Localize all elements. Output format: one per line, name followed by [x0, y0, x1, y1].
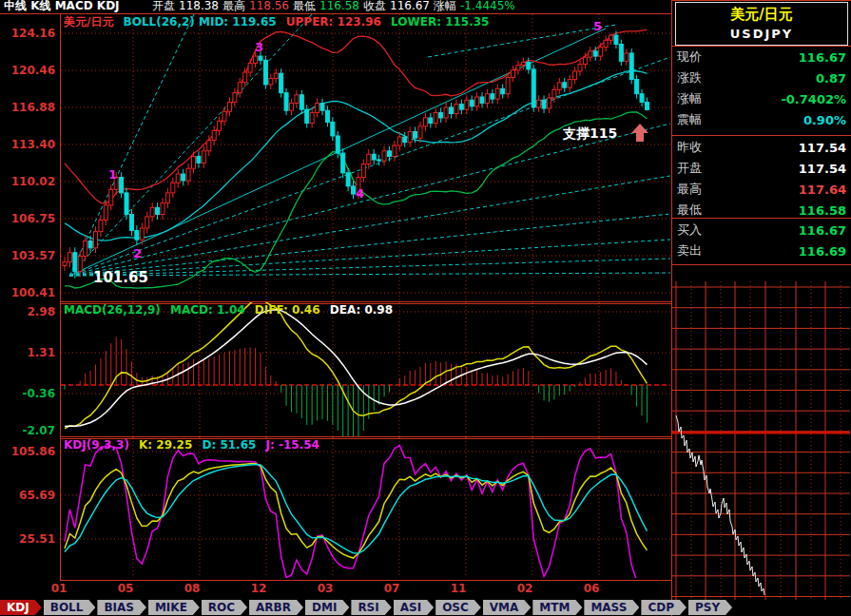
- k-value: K: 29.25: [139, 438, 192, 452]
- high-price: 117.64: [799, 183, 846, 197]
- tab-mike[interactable]: MIKE: [148, 600, 200, 615]
- open-price: 117.54: [799, 162, 846, 176]
- quote-row: 开盘117.54: [672, 158, 851, 179]
- month-label: 03: [312, 582, 338, 595]
- kdj-chart-canvas[interactable]: [61, 437, 670, 578]
- macd-axis-label: -2.07: [0, 424, 55, 437]
- y-axis-label: 106.75: [0, 212, 55, 225]
- tab-osc[interactable]: OSC: [435, 600, 481, 615]
- boll-header: 美元/日元 BOLL(26,2) MID: 119.65 UPPER: 123.…: [64, 14, 494, 30]
- top-info-bar: 中线 K线 MACD KDJ 开盘 118.38 最高 118.56 最低 11…: [0, 0, 671, 14]
- quote-row: 昨收117.54: [672, 137, 851, 158]
- month-label: 06: [578, 582, 605, 595]
- kdj-axis-label: 25.51: [0, 532, 55, 546]
- macd-value: MACD: 1.04: [170, 303, 245, 317]
- chart-annotation: 支撑115: [563, 125, 617, 143]
- month-label: 05: [112, 582, 139, 595]
- tab-psy[interactable]: PSY: [688, 600, 732, 615]
- quote-group-change: 现价116.67 涨跌0.87 涨幅-0.7402% 震幅0.90%: [672, 47, 851, 130]
- quote-row: 涨跌0.87: [672, 67, 851, 88]
- close-label: 收盘: [363, 0, 386, 12]
- indicator-tab-bar: KDJ BOLL BIAS MIKE ROC ARBR DMI RSI ASI …: [0, 599, 671, 616]
- quote-group-bidask: 买入116.67 卖出116.69: [672, 220, 851, 261]
- quote-group-ohlc: 昨收117.54 开盘117.54 最高117.64 最低116.58: [672, 137, 851, 221]
- high-label: 最高: [222, 0, 245, 12]
- candlestick-chart-canvas[interactable]: [61, 14, 670, 301]
- symbol-label: 美元/日元: [64, 15, 113, 29]
- open-label: 开盘: [152, 0, 175, 12]
- open-value: 118.38: [179, 0, 219, 12]
- macd-axis-label: -0.36: [0, 387, 55, 400]
- month-label: 12: [245, 582, 272, 595]
- tab-cdp[interactable]: CDP: [641, 600, 687, 615]
- month-label: 02: [512, 582, 538, 595]
- tab-vma[interactable]: VMA: [483, 600, 532, 615]
- quote-row: 震幅0.90%: [672, 109, 851, 130]
- chart-annotation: 1: [108, 167, 117, 182]
- trading-terminal: 中线 K线 MACD KDJ 开盘 118.38 最高 118.56 最低 11…: [0, 0, 851, 616]
- diff-value: DIFF: 0.46: [255, 303, 320, 317]
- kdj-axis-label: 65.69: [0, 489, 55, 502]
- ohlc-summary: 开盘 118.38 最高 118.56 最低 116.58 收盘 116.67 …: [152, 0, 519, 12]
- macd-header: MACD(26,12,9) MACD: 1.04 DIFF: 0.46 DEA:…: [64, 303, 398, 317]
- separator: [672, 218, 851, 219]
- separator: [672, 135, 851, 136]
- y-axis-label: 116.88: [0, 101, 55, 114]
- kdj-axis-label: 105.86: [0, 445, 55, 458]
- tab-rsi[interactable]: RSI: [351, 600, 391, 615]
- month-label: 07: [378, 582, 405, 595]
- month-label: 08: [179, 582, 205, 595]
- change-percent: -0.7402%: [781, 92, 846, 106]
- y-axis-label: 120.46: [0, 64, 55, 77]
- tab-mtm[interactable]: MTM: [532, 600, 582, 615]
- dea-value: DEA: 0.98: [330, 303, 393, 317]
- macd-chart-canvas[interactable]: [61, 302, 670, 436]
- chart-annotation: 2: [133, 246, 142, 260]
- quote-row: 卖出116.69: [672, 241, 851, 261]
- intraday-mini-chart: [672, 272, 850, 615]
- tab-bias[interactable]: BIAS: [97, 600, 146, 615]
- bid-price: 116.67: [799, 223, 846, 238]
- tab-arbr[interactable]: ARBR: [249, 600, 303, 615]
- ask-price: 116.69: [799, 244, 846, 259]
- y-axis-label: 124.16: [0, 27, 55, 40]
- separator: [672, 264, 851, 265]
- last-price: 116.67: [799, 50, 846, 65]
- quote-row: 涨幅-0.7402%: [672, 88, 851, 109]
- month-label: 11: [445, 582, 472, 595]
- quote-row: 买入116.67: [672, 220, 851, 241]
- y-axis-label: 100.41: [0, 286, 55, 299]
- tab-asi[interactable]: ASI: [394, 600, 434, 615]
- symbol-name-en: USDJPY: [676, 27, 847, 41]
- y-axis-label: 110.02: [0, 175, 55, 188]
- view-mode-title: 中线 K线 MACD KDJ: [4, 0, 120, 12]
- change-label: 涨幅: [434, 0, 456, 12]
- macd-axis-label: 1.31: [0, 346, 55, 359]
- tab-boll[interactable]: BOLL: [44, 600, 96, 615]
- change-value: -1.4445%: [460, 0, 515, 12]
- prev-close: 117.54: [799, 141, 846, 155]
- y-axis-label: 113.40: [0, 138, 55, 151]
- close-value: 116.67: [390, 0, 430, 12]
- j-value: J: -15.54: [266, 438, 319, 452]
- change-amount: 0.87: [816, 71, 846, 86]
- low-value: 116.58: [319, 0, 359, 12]
- chart-annotation: 4: [356, 186, 364, 201]
- y-axis-label: 103.57: [0, 249, 55, 262]
- tab-dmi[interactable]: DMI: [305, 600, 349, 615]
- d-value: D: 51.65: [202, 438, 256, 452]
- amplitude: 0.90%: [803, 113, 846, 127]
- tab-roc[interactable]: ROC: [202, 600, 247, 615]
- boll-upper-label: UPPER: 123.96: [286, 15, 381, 29]
- chart-annotation: 101.65: [93, 269, 148, 286]
- kdj-name: KDJ(9,3,3): [64, 438, 129, 452]
- low-label: 最低: [293, 0, 316, 12]
- tab-kdj[interactable]: KDJ: [0, 600, 42, 615]
- boll-lower-label: LOWER: 115.35: [391, 15, 489, 29]
- low-price: 116.58: [799, 203, 846, 218]
- chart-annotation: 5: [593, 19, 602, 33]
- chart-annotation: 3: [255, 40, 263, 54]
- macd-axis-label: 2.98: [0, 305, 55, 318]
- tab-mass[interactable]: MASS: [584, 600, 639, 615]
- macd-name: MACD(26,12,9): [64, 303, 161, 317]
